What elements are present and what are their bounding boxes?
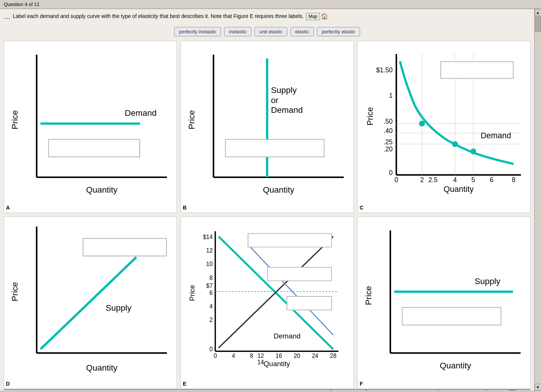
svg-text:Demand: Demand	[273, 332, 300, 340]
svg-text:28: 28	[330, 353, 336, 359]
svg-text:Price: Price	[10, 282, 19, 301]
graph-B-svg: Price Quantity Supply or Demand	[183, 43, 351, 204]
expand-icon[interactable]: …	[4, 13, 10, 21]
svg-text:Quantity: Quantity	[444, 184, 474, 193]
btn-perfectly-inelastic[interactable]: perfectly inelastic	[174, 27, 221, 36]
check-answer-button[interactable]: ✓ Check Answer	[434, 390, 477, 391]
svg-text:Supply: Supply	[271, 85, 297, 95]
graph-E-label: E	[183, 381, 186, 387]
svg-point-39	[452, 141, 458, 147]
svg-point-38	[419, 121, 425, 127]
svg-point-40	[470, 148, 476, 154]
svg-text:Price: Price	[364, 286, 373, 305]
svg-text:24: 24	[312, 353, 318, 359]
graph-C-svg: Price Quantity $1.50 1 .50 .40 .25 .20 0…	[360, 43, 528, 204]
exit-icon: ➜	[508, 390, 517, 391]
svg-text:8: 8	[209, 275, 213, 281]
answer-F[interactable]	[402, 307, 502, 325]
give-up-button[interactable]: ✕ Give Up & View Solution	[362, 390, 429, 391]
hint-icon[interactable]: ❓	[15, 390, 24, 391]
exit-button[interactable]: ➜ Exit	[508, 390, 527, 391]
answer-C[interactable]	[440, 61, 514, 79]
graph-F: Price Quantity Supply F	[357, 217, 531, 389]
scrollbar: ▲ ▼	[534, 9, 541, 391]
answer-E2[interactable]	[267, 267, 332, 281]
svg-text:Price: Price	[366, 107, 375, 125]
svg-text:Price: Price	[10, 110, 19, 129]
answer-A[interactable]	[48, 139, 140, 157]
graph-D-label: D	[6, 381, 10, 387]
svg-text:6: 6	[209, 290, 213, 296]
svg-text:8: 8	[250, 353, 253, 359]
svg-text:4: 4	[453, 176, 457, 184]
bottom-bar: ▶ ❓ Hint ◀ Previous ✕ Give Up & View Sol…	[4, 389, 531, 391]
svg-text:12: 12	[206, 247, 212, 254]
nav-buttons: ◀ Previous ✕ Give Up & View Solution ✓ C…	[327, 390, 527, 391]
play-icon[interactable]: ▶	[7, 390, 13, 391]
map-button[interactable]: Map	[306, 13, 320, 20]
svg-text:Demand: Demand	[271, 105, 303, 115]
svg-text:Quantity: Quantity	[440, 361, 472, 370]
graph-F-label: F	[360, 381, 363, 387]
svg-text:14: 14	[257, 359, 264, 365]
btn-inelastic[interactable]: inelastic	[224, 27, 251, 36]
svg-text:12: 12	[257, 353, 264, 359]
graph-F-svg: Price Quantity Supply	[360, 219, 528, 380]
svg-text:0: 0	[214, 353, 217, 359]
graph-A: Price Quantity Demand A	[4, 41, 177, 213]
previous-button[interactable]: ◀ Previous	[327, 390, 357, 391]
svg-text:4: 4	[209, 303, 213, 310]
svg-text:8: 8	[512, 176, 516, 184]
svg-text:Price: Price	[187, 110, 196, 129]
graph-E-svg: Price Quantity $14 12 10 8 $7 6 4 2 0 0 …	[183, 219, 351, 380]
question-text: Label each demand and supply curve with …	[13, 13, 304, 20]
svg-text:Quantity: Quantity	[86, 185, 118, 194]
btn-perfectly-elastic[interactable]: perfectly elastic	[317, 27, 360, 36]
svg-text:Supply: Supply	[475, 277, 501, 286]
graph-C: Price Quantity $1.50 1 .50 .40 .25 .20 0…	[357, 41, 531, 213]
svg-text:5: 5	[471, 176, 475, 184]
svg-text:0: 0	[395, 176, 398, 184]
graph-D-svg: Price Quantity Supply	[6, 219, 175, 380]
svg-text:or: or	[271, 95, 279, 105]
graph-E: Price Quantity $14 12 10 8 $7 6 4 2 0 0 …	[181, 217, 354, 389]
next-button[interactable]: ▶ Next	[483, 390, 503, 391]
graph-D: Price Quantity Supply D	[4, 217, 177, 389]
hint-area: ▶ ❓ Hint	[7, 390, 35, 391]
graph-A-svg: Price Quantity Demand	[6, 43, 175, 204]
svg-text:Supply: Supply	[106, 304, 132, 313]
svg-text:2: 2	[420, 176, 424, 184]
svg-text:.20: .20	[384, 145, 393, 153]
svg-text:Quantity: Quantity	[263, 185, 295, 194]
answer-D[interactable]	[83, 238, 167, 256]
graphs-grid: Price Quantity Demand A	[4, 41, 531, 389]
svg-text:$1.50: $1.50	[376, 66, 393, 73]
question-number: Question 4 of 11	[4, 1, 39, 7]
svg-text:16: 16	[275, 353, 282, 359]
svg-text:$7: $7	[206, 283, 212, 289]
scroll-thumb[interactable]	[535, 16, 541, 31]
previous-icon: ◀	[327, 390, 335, 391]
svg-text:Demand: Demand	[125, 108, 157, 118]
map-icon: 🏠	[321, 13, 328, 20]
graph-C-label: C	[360, 205, 363, 211]
scroll-down-btn[interactable]: ▼	[535, 384, 541, 391]
check-icon: ✓	[434, 390, 442, 391]
graph-B-label: B	[183, 205, 187, 211]
svg-text:0: 0	[389, 169, 393, 176]
answer-E1[interactable]	[248, 233, 332, 247]
graph-A-label: A	[6, 205, 10, 211]
svg-text:20: 20	[294, 353, 300, 359]
svg-text:.50: .50	[384, 117, 393, 125]
svg-text:Demand: Demand	[481, 131, 511, 140]
answer-B[interactable]	[225, 139, 325, 157]
btn-unit-elastic[interactable]: unit elastic	[254, 27, 287, 36]
scroll-up-btn[interactable]: ▲	[535, 9, 541, 16]
svg-text:Price: Price	[188, 285, 196, 301]
svg-text:$14: $14	[203, 234, 213, 240]
btn-elastic[interactable]: elastic	[290, 27, 314, 36]
answer-E3[interactable]	[287, 296, 332, 310]
svg-text:Quantity: Quantity	[86, 363, 118, 373]
svg-text:6: 6	[490, 176, 493, 184]
svg-text:Quantity: Quantity	[264, 360, 290, 368]
